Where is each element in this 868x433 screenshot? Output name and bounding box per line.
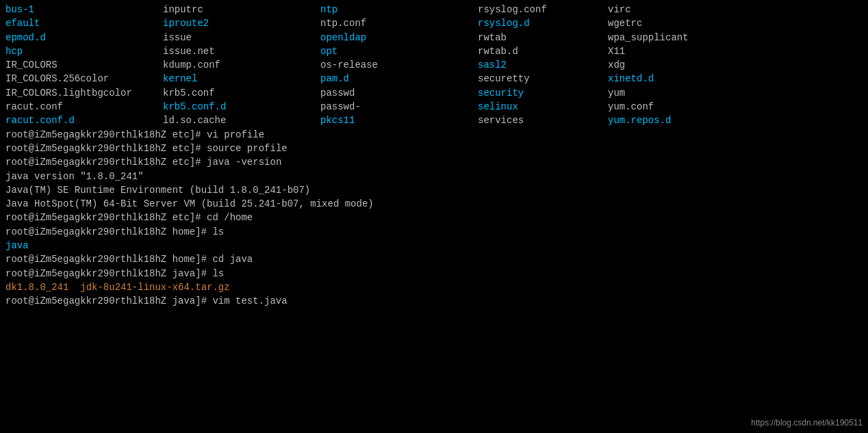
- terminal-line-3: hcpissue.netoptrwtab.dX11: [5, 44, 863, 58]
- watermark: https://blog.csdn.net/kk190511: [751, 418, 863, 428]
- terminal-line-12: java version "1.8.0_241": [5, 170, 863, 183]
- terminal: bus-1inputrcntprsyslog.confvircefaultipr…: [5, 3, 863, 309]
- terminal-line-1: efaultiproute2ntp.confrsyslog.dwgetrc: [5, 16, 863, 30]
- terminal-line-9: root@iZm5egagkkr290rthlk18hZ etc]# vi pr…: [5, 128, 863, 142]
- terminal-line-21: root@iZm5egagkkr290rthlk18hZ java]# vim …: [5, 294, 863, 308]
- terminal-line-15: root@iZm5egagkkr290rthlk18hZ etc]# cd /h…: [5, 211, 863, 224]
- terminal-line-6: IR_COLORS.lightbgcolorkrb5.confpasswdsec…: [5, 86, 863, 100]
- terminal-line-14: Java HotSpot(TM) 64-Bit Server VM (build…: [5, 197, 863, 211]
- terminal-line-7: racut.confkrb5.conf.dpasswd-selinuxyum.c…: [5, 100, 863, 114]
- terminal-line-16: root@iZm5egagkkr290rthlk18hZ home]# ls: [5, 225, 863, 239]
- terminal-line-4: IR_COLORSkdump.confos-releasesasl2xdg: [5, 58, 863, 72]
- terminal-line-19: root@iZm5egagkkr290rthlk18hZ java]# ls: [5, 267, 863, 280]
- terminal-line-2: epmod.dissueopenldaprwtabwpa_supplicant: [5, 31, 863, 44]
- terminal-line-8: racut.conf.dld.so.cachepkcs11servicesyum…: [5, 114, 863, 127]
- terminal-line-17: java: [5, 239, 863, 252]
- terminal-line-13: Java(TM) SE Runtime Environment (build 1…: [5, 183, 863, 197]
- terminal-line-11: root@iZm5egagkkr290rthlk18hZ etc]# java …: [5, 155, 863, 169]
- terminal-line-18: root@iZm5egagkkr290rthlk18hZ home]# cd j…: [5, 252, 863, 266]
- terminal-line-0: bus-1inputrcntprsyslog.confvirc: [5, 3, 863, 16]
- terminal-line-20: dk1.8.0_241 jdk-8u241-linux-x64.tar.gz: [5, 280, 863, 294]
- terminal-line-10: root@iZm5egagkkr290rthlk18hZ etc]# sourc…: [5, 142, 863, 155]
- terminal-line-5: IR_COLORS.256colorkernelpam.dsecurettyxi…: [5, 72, 863, 86]
